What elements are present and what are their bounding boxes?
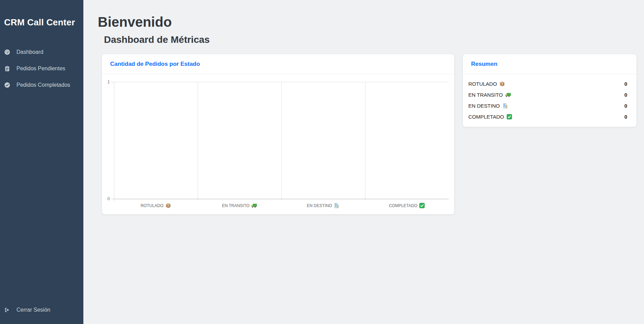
chart-y-tick-label: 0 bbox=[107, 197, 110, 201]
sidebar-item-pedidos-pendientes[interactable]: Pedidos Pendientes bbox=[0, 60, 83, 77]
chart-card-title: Cantidad de Pedidos por Estado bbox=[110, 61, 200, 68]
chart-x-tick-label: COMPLETADO bbox=[389, 203, 425, 208]
sidebar-item-label: Cerrar Sesión bbox=[16, 307, 50, 313]
clipboard-icon bbox=[4, 65, 10, 72]
chart-y-tick bbox=[111, 199, 114, 199]
app-title: CRM Call Center bbox=[4, 17, 75, 28]
chart-gridline-horizontal bbox=[114, 82, 449, 82]
sidebar: CRM Call Center Dashboard Pedidos Pendie… bbox=[0, 0, 83, 324]
summary-row-label: EN DESTINO bbox=[468, 103, 500, 109]
summary-card-header: Resumen bbox=[463, 54, 636, 74]
package-icon bbox=[499, 81, 505, 87]
summary-card: Resumen ROTULADO 0 EN TRANSITO bbox=[463, 54, 636, 127]
summary-row: COMPLETADO 0 bbox=[463, 111, 636, 122]
sidebar-item-dashboard[interactable]: Dashboard bbox=[0, 44, 83, 60]
sign-out-icon bbox=[4, 307, 10, 313]
chart-category-label: COMPLETADO bbox=[389, 203, 417, 208]
sidebar-item-label: Pedidos Completados bbox=[16, 82, 70, 88]
chart-card: Cantidad de Pedidos por Estado 01ROTULAD… bbox=[102, 54, 454, 214]
summary-row-label: ROTULADO bbox=[468, 81, 497, 87]
sidebar-item-label: Dashboard bbox=[16, 49, 43, 55]
chart-card-header: Cantidad de Pedidos por Estado bbox=[102, 54, 454, 74]
building-icon bbox=[502, 103, 508, 109]
chart-gridline-vertical bbox=[198, 82, 198, 199]
chart-gridline-vertical bbox=[281, 82, 282, 199]
summary-row-label: EN TRANSITO bbox=[468, 92, 503, 98]
page-title: Bienvenido bbox=[98, 14, 172, 30]
chart-gridline-vertical bbox=[114, 82, 114, 202]
summary-row-label: COMPLETADO bbox=[468, 114, 504, 120]
summary-row: EN DESTINO 0 bbox=[463, 100, 636, 111]
page-subtitle: Dashboard de Métricas bbox=[104, 34, 210, 45]
summary-row-value: 0 bbox=[624, 92, 627, 98]
gauge-icon bbox=[4, 49, 10, 55]
chart-gridline-vertical bbox=[365, 82, 365, 199]
sidebar-item-logout[interactable]: Cerrar Sesión bbox=[0, 302, 83, 318]
truck-icon bbox=[251, 203, 257, 208]
chart-category-label: EN TRANSITO bbox=[222, 203, 249, 208]
truck-icon bbox=[505, 92, 511, 98]
chart-canvas[interactable]: 01ROTULADOEN TRANSITOEN DESTINOCOMPLETAD… bbox=[102, 74, 454, 214]
sidebar-item-label: Pedidos Pendientes bbox=[16, 65, 65, 72]
check-circle-icon bbox=[4, 82, 10, 88]
summary-card-title: Resumen bbox=[471, 61, 497, 68]
summary-row-value: 0 bbox=[624, 103, 627, 109]
package-icon bbox=[165, 203, 171, 208]
chart-y-tick bbox=[111, 82, 114, 82]
sidebar-item-pedidos-completados[interactable]: Pedidos Completados bbox=[0, 77, 83, 93]
chart-category-label: ROTULADO bbox=[141, 203, 164, 208]
building-icon bbox=[334, 203, 340, 208]
summary-list: ROTULADO 0 EN TRANSITO 0 EN DESTINO bbox=[463, 74, 636, 122]
chart-y-tick-label: 1 bbox=[107, 80, 110, 84]
chart-x-tick-label: EN TRANSITO bbox=[222, 203, 257, 208]
chart-category-label: EN DESTINO bbox=[307, 203, 332, 208]
chart-x-tick-label: ROTULADO bbox=[141, 203, 171, 208]
summary-row-value: 0 bbox=[624, 114, 627, 120]
summary-row: ROTULADO 0 bbox=[463, 78, 636, 89]
summary-row: EN TRANSITO 0 bbox=[463, 89, 636, 100]
chart-x-tick-label: EN DESTINO bbox=[307, 203, 339, 208]
chart-plot: 01ROTULADOEN TRANSITOEN DESTINOCOMPLETAD… bbox=[114, 82, 449, 199]
check-mark-icon bbox=[419, 203, 425, 208]
check-mark-icon bbox=[506, 114, 512, 120]
sidebar-footer: Cerrar Sesión bbox=[0, 302, 83, 318]
chart-x-axis-line bbox=[114, 199, 449, 199]
sidebar-nav: Dashboard Pedidos Pendientes Pedidos Com… bbox=[0, 44, 83, 93]
summary-row-value: 0 bbox=[624, 81, 627, 87]
